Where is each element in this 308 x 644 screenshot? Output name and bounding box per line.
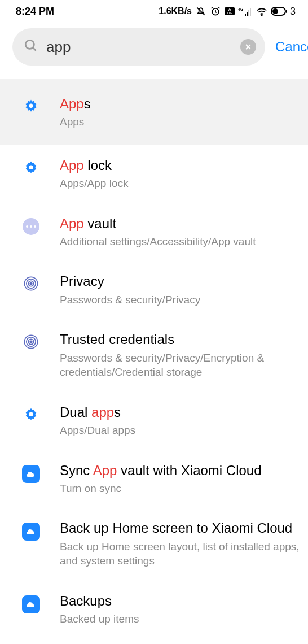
title-post: s (114, 404, 121, 420)
svg-point-23 (30, 341, 32, 343)
result-content: BackupsBacked up items (60, 592, 301, 626)
result-content: Sync App vault with Xiaomi CloudTurn on … (60, 462, 301, 496)
result-item[interactable]: PrivacyPasswords & security/Privacy (0, 261, 308, 319)
svg-rect-11 (272, 8, 278, 14)
svg-text:4G: 4G (238, 7, 244, 11)
result-title: App vault (60, 215, 301, 232)
fingerprint-icon (21, 330, 41, 352)
result-subtitle: Turn on sync (60, 481, 301, 496)
clear-icon[interactable] (240, 39, 256, 55)
title-pre: Backups (60, 593, 112, 608)
status-bar: 8:24 PM 1.6KB/s VoLTE 4G 3 (0, 0, 308, 23)
result-title: Backups (60, 592, 301, 610)
result-item[interactable]: Erase appsAbout phone/Backup & reset/Era… (0, 639, 308, 644)
cloud-icon (21, 519, 41, 541)
title-pre: Privacy (60, 273, 104, 289)
result-subtitle: Additional settings/Accessibility/App va… (60, 234, 301, 249)
result-item[interactable]: App vaultAdditional settings/Accessibili… (0, 203, 308, 262)
result-title: Trusted credentials (60, 330, 301, 348)
title-highlight: App (60, 158, 84, 173)
svg-point-13 (25, 40, 34, 49)
svg-point-9 (261, 15, 262, 16)
result-content: Dual appsApps/Dual apps (60, 403, 301, 438)
search-icon (24, 38, 38, 55)
svg-rect-8 (250, 8, 251, 16)
search-row: Cancel (0, 23, 308, 71)
status-time: 8:24 PM (16, 6, 54, 18)
network-speed: 1.6KB/s (159, 6, 192, 16)
result-subtitle: Back up Home screen layout, list of inst… (60, 539, 301, 568)
result-item[interactable]: BackupsBacked up items (0, 581, 308, 639)
search-input[interactable] (46, 38, 232, 56)
status-right: 1.6KB/s VoLTE 4G 3 (159, 6, 296, 18)
svg-rect-5 (245, 14, 246, 16)
svg-point-15 (29, 165, 33, 169)
result-content: AppsApps (60, 95, 301, 129)
result-content: Back up Home screen to Xiaomi CloudBack … (60, 519, 301, 568)
result-item[interactable]: Sync App vault with Xiaomi CloudTurn on … (0, 450, 308, 508)
title-pre: Sync (60, 463, 93, 478)
wifi-icon (256, 7, 267, 16)
result-subtitle: Passwords & security/Privacy (60, 293, 301, 307)
volte-icon: VoLTE (225, 7, 235, 15)
result-content: PrivacyPasswords & security/Privacy (60, 272, 301, 307)
result-item[interactable]: Back up Home screen to Xiaomi CloudBack … (0, 508, 308, 580)
result-item[interactable]: Trusted credentialsPasswords & security/… (0, 319, 308, 391)
result-item[interactable]: Dual appsApps/Dual apps (0, 392, 308, 450)
result-subtitle: Passwords & security/Privacy/Encryption … (60, 351, 301, 380)
result-subtitle: Backed up items (60, 612, 301, 626)
battery-icon (271, 7, 288, 16)
svg-rect-12 (286, 10, 287, 13)
title-highlight: app (91, 404, 114, 420)
svg-rect-7 (248, 10, 249, 16)
title-pre: Trusted credentials (60, 332, 174, 347)
result-item[interactable]: App lockApps/App lock (0, 145, 308, 203)
more-icon (21, 215, 41, 235)
svg-text:LTE: LTE (227, 11, 232, 15)
gear-icon (21, 403, 41, 426)
title-post: s (84, 96, 91, 111)
title-post: lock (84, 158, 112, 173)
result-subtitle: Apps/App lock (60, 176, 301, 191)
title-highlight: App (93, 463, 117, 478)
svg-rect-6 (247, 12, 248, 16)
search-pill[interactable] (12, 28, 265, 66)
result-title: Back up Home screen to Xiaomi Cloud (60, 519, 301, 537)
cancel-button[interactable]: Cancel (275, 39, 308, 55)
search-results: AppsAppsApp lockApps/App lockApp vaultAd… (0, 79, 308, 644)
alarm-icon (210, 6, 221, 17)
result-title: App lock (60, 156, 301, 174)
gear-icon (21, 156, 41, 179)
result-title: Privacy (60, 272, 301, 290)
result-content: App vaultAdditional settings/Accessibili… (60, 215, 301, 249)
title-highlight: App (60, 216, 84, 231)
fingerprint-icon (21, 272, 41, 294)
title-post: vault with Xiaomi Cloud (117, 463, 261, 478)
result-content: Trusted credentialsPasswords & security/… (60, 330, 301, 379)
cloud-icon (21, 592, 41, 613)
title-post: vault (84, 216, 116, 231)
title-pre: Back up Home screen to Xiaomi Cloud (60, 520, 292, 536)
svg-point-24 (29, 412, 33, 416)
result-item[interactable]: AppsApps (0, 79, 308, 145)
title-pre: Dual (60, 404, 91, 420)
result-title: Sync App vault with Xiaomi Cloud (60, 462, 301, 479)
signal-icon: 4G (238, 7, 253, 16)
battery-pct-partial: 3 (290, 6, 296, 18)
cloud-icon (21, 462, 41, 483)
mute-icon (195, 6, 206, 17)
result-subtitle: Apps/Dual apps (60, 423, 301, 438)
result-title: Dual apps (60, 403, 301, 421)
result-subtitle: Apps (60, 115, 301, 129)
result-title: Apps (60, 95, 301, 112)
gear-icon (21, 95, 41, 118)
svg-point-14 (29, 103, 33, 108)
title-highlight: App (60, 96, 84, 111)
result-content: App lockApps/App lock (60, 156, 301, 191)
svg-point-19 (30, 283, 32, 285)
